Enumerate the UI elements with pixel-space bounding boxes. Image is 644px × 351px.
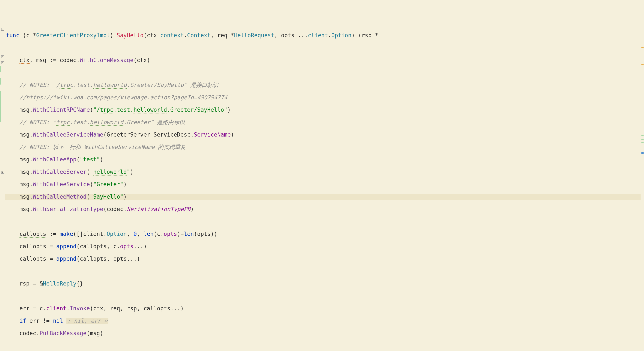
identifier: msg <box>20 107 30 113</box>
fold-icon[interactable]: − <box>0 26 5 32</box>
type: GreeterClientProxyImpl <box>36 32 110 38</box>
code-line <box>5 268 640 274</box>
op: := <box>50 57 56 63</box>
type: Option <box>332 32 352 38</box>
identifier: codec <box>107 206 124 212</box>
code-line: msg.WithSerializationType(codec.Serializ… <box>5 206 640 212</box>
code-content[interactable]: func (c *GreeterClientProxyImpl) SayHell… <box>5 26 640 351</box>
type: HelloRequest <box>234 32 274 38</box>
identifier: c <box>113 243 117 250</box>
identifier: ctx <box>93 305 103 312</box>
fold-icon[interactable]: − <box>0 59 5 66</box>
comment: trpc <box>60 82 73 89</box>
identifier: req <box>110 305 120 312</box>
field: opts <box>164 231 177 237</box>
string: .Greeter/SayHello" <box>167 107 227 113</box>
type: client <box>308 32 328 38</box>
method: WithCloneMessage <box>80 57 133 63</box>
param: ctx <box>147 32 157 38</box>
method: WithClientRPCName <box>33 107 90 113</box>
fold-icon[interactable]: + <box>0 169 5 175</box>
code-line: if err != nil : nil, err ↩ <box>5 318 640 324</box>
field: client <box>46 305 66 312</box>
scroll-marker[interactable] <box>642 142 644 143</box>
fold-icon[interactable]: − <box>0 53 5 60</box>
keyword: if <box>20 318 26 324</box>
code-line <box>5 219 640 225</box>
scroll-marker[interactable] <box>642 139 644 140</box>
type: Context <box>187 32 210 38</box>
builtin: append <box>56 256 76 262</box>
method: WithCalleeServer <box>33 169 86 175</box>
code-line: msg.WithCalleeService("Greeter") <box>5 181 640 187</box>
function-name: SayHello <box>117 32 144 38</box>
code-line-current: msg.WithCalleeMethod("SayHello") <box>5 194 640 200</box>
string: "/ <box>93 107 100 113</box>
comment: trpc <box>56 119 70 126</box>
method: WithCalleeService <box>33 181 90 187</box>
scroll-marker[interactable] <box>642 47 644 48</box>
method: WithSerializationType <box>33 206 103 212</box>
inline-hint: : nil, err ↩ <box>66 318 108 324</box>
comment: .Greeter" 是路由标识 <box>124 119 185 125</box>
keyword: nil <box>53 318 63 324</box>
identifier: callopts <box>20 243 46 250</box>
identifier: ctx <box>137 57 147 63</box>
code-line: err = c.client.Invoke(ctx, req, rsp, cal… <box>5 306 640 312</box>
string: " <box>90 169 93 175</box>
number: 0 <box>134 231 137 237</box>
type: HelloReply <box>43 280 76 287</box>
identifier: callopts <box>20 256 46 262</box>
code-line <box>5 343 640 349</box>
code-line: msg.WithCalleeServiceName(GreeterServer_… <box>5 132 640 138</box>
identifier: callopts <box>144 305 170 312</box>
identifier: msg <box>20 181 30 187</box>
code-line: codec.PutBackMessage(msg) <box>5 330 640 337</box>
identifier: c <box>26 32 30 38</box>
editor-gutter: − − − + <box>0 26 5 351</box>
string: trpc <box>100 107 113 113</box>
op: * <box>33 32 36 38</box>
change-marker <box>0 91 1 122</box>
type: Option <box>107 231 127 237</box>
method: Invoke <box>70 305 90 312</box>
comment: .test. <box>70 119 90 125</box>
method: WithCalleeMethod <box>33 193 86 200</box>
identifier: err <box>20 305 30 312</box>
builtin: append <box>56 243 76 250</box>
scrollbar[interactable] <box>640 26 644 351</box>
identifier: msg <box>20 206 30 212</box>
code-line: //https://iwiki.woa.com/pages/viewpage.a… <box>5 94 640 101</box>
identifier: callopts <box>80 243 106 250</box>
builtin: make <box>60 231 73 237</box>
string: "SayHello" <box>90 193 124 200</box>
identifier: callopts <box>20 231 46 238</box>
string: helloworld <box>93 169 127 175</box>
code-line: // NOTES: 以下三行和 WithCalleeServiceName 的实… <box>5 144 640 150</box>
type: context <box>160 32 184 38</box>
change-marker <box>0 66 1 72</box>
identifier: codec <box>20 330 36 337</box>
identifier: msg <box>20 131 30 138</box>
scroll-marker[interactable] <box>642 152 644 154</box>
code-line: rsp = &HelloReply{} <box>5 281 640 287</box>
code-line: func (c *GreeterClientProxyImpl) SayHell… <box>5 32 640 38</box>
identifier: c <box>157 231 160 237</box>
method: WithCalleeApp <box>33 156 76 163</box>
identifier: opts <box>197 231 210 237</box>
identifier: ctx <box>20 57 30 64</box>
comment: .test. <box>73 82 93 88</box>
comment: // NOTES: 以下三行和 WithCalleeServiceName 的实… <box>20 144 186 150</box>
identifier: GreeterServer_ServiceDesc <box>107 131 190 138</box>
op: := <box>50 231 56 237</box>
code-line <box>5 45 640 51</box>
identifier: c <box>40 305 43 312</box>
link[interactable]: https://iwiki.woa.com/pages/viewpage.act… <box>26 94 227 101</box>
comment: .Greeter/SayHello" 是接口标识 <box>127 82 218 88</box>
builtin: len <box>184 231 194 237</box>
scroll-marker[interactable] <box>642 64 644 65</box>
scroll-marker[interactable] <box>642 135 644 136</box>
method: WithCalleeServiceName <box>33 131 103 138</box>
code-line: msg.WithClientRPCName("/trpc.test.hellow… <box>5 107 640 113</box>
code-editor[interactable]: − − − + func (c *GreeterClientProxyImpl)… <box>0 26 644 351</box>
